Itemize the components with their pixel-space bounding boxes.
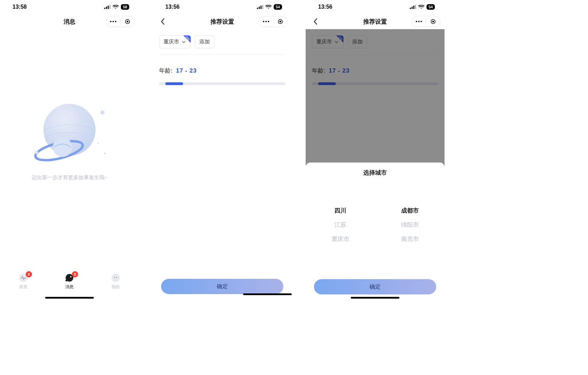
more-icon[interactable] [106, 16, 120, 27]
svg-rect-24 [262, 5, 263, 9]
more-icon[interactable] [259, 16, 273, 27]
svg-point-11 [53, 138, 72, 157]
profile-icon [111, 273, 121, 284]
svg-point-14 [104, 153, 106, 154]
miniprogram-capsule[interactable] [106, 16, 135, 27]
home-indicator[interactable] [351, 297, 399, 299]
badge-messages: 0 [72, 271, 78, 277]
content: 重庆市 优先 添加 年龄: 17 - 23 [153, 29, 292, 279]
tab-bar: 3 首页 0 消息 我的 [0, 270, 139, 301]
svg-rect-22 [259, 7, 260, 9]
screen-recommend-settings-picker: 13:56 54 推荐设置 重庆市 优先 添 [306, 0, 445, 301]
province-option[interactable]: 重庆市 [332, 235, 349, 243]
city-option[interactable]: 绵阳市 [401, 221, 419, 229]
svg-point-35 [418, 21, 420, 22]
svg-point-20 [116, 277, 117, 278]
home-indicator[interactable] [45, 297, 94, 299]
svg-rect-31 [412, 7, 413, 9]
tab-messages-label: 消息 [65, 284, 74, 290]
status-bar: 13:58 58 [0, 0, 139, 14]
svg-point-36 [421, 21, 422, 22]
page-title: 推荐设置 [363, 18, 387, 26]
svg-point-15 [98, 143, 99, 144]
age-label: 年龄: [159, 67, 173, 75]
svg-point-27 [268, 21, 269, 22]
planet-illustration [24, 99, 115, 168]
svg-point-4 [110, 21, 111, 22]
picker-area[interactable]: 四川 江苏 重庆市 成都市 绵阳市 南充市 [306, 194, 445, 276]
svg-rect-33 [415, 5, 416, 9]
tab-profile[interactable]: 我的 [110, 273, 121, 290]
miniprogram-capsule[interactable] [412, 16, 440, 27]
province-option[interactable]: 江苏 [334, 221, 346, 229]
priority-tag: 优先 [180, 35, 191, 46]
page-title: 推荐设置 [210, 18, 234, 26]
city-chip[interactable]: 重庆市 优先 [159, 35, 191, 48]
city-chip-label: 重庆市 [164, 39, 179, 45]
add-city-chip[interactable]: 添加 [195, 35, 214, 48]
confirm-button[interactable]: 确定 [161, 279, 283, 294]
back-button[interactable] [310, 17, 320, 26]
nav-bar: 推荐设置 [306, 14, 445, 29]
clock: 13:56 [165, 4, 180, 10]
svg-point-17 [70, 276, 72, 277]
status-icons: 58 [104, 4, 129, 10]
svg-rect-23 [260, 6, 262, 9]
back-button[interactable] [158, 17, 167, 26]
svg-point-6 [115, 21, 116, 22]
badge-home: 3 [26, 271, 32, 277]
close-target-icon[interactable] [273, 16, 287, 27]
svg-rect-30 [410, 8, 411, 9]
province-column[interactable]: 四川 江苏 重庆市 [306, 194, 375, 276]
svg-rect-2 [108, 6, 109, 9]
svg-point-18 [111, 274, 120, 282]
battery-indicator: 54 [426, 4, 435, 10]
tab-home-label: 首页 [19, 284, 27, 290]
tab-home[interactable]: 3 首页 [18, 273, 28, 290]
age-range-slider[interactable] [159, 82, 285, 85]
city-column[interactable]: 成都市 绵阳市 南充市 [375, 194, 445, 276]
close-target-icon[interactable] [121, 16, 134, 27]
status-icons: 54 [410, 4, 435, 10]
svg-point-29 [280, 21, 281, 23]
svg-point-38 [432, 21, 434, 23]
add-city-label: 添加 [199, 39, 210, 45]
more-icon[interactable] [412, 16, 426, 27]
province-option-selected[interactable]: 四川 [334, 207, 346, 215]
city-option-selected[interactable]: 成都市 [401, 207, 419, 215]
cellular-icon [410, 5, 416, 9]
chevron-left-icon [313, 18, 317, 25]
age-row: 年龄: 17 - 23 [159, 67, 285, 75]
status-bar: 13:56 54 [153, 0, 292, 14]
sheet-confirm-button[interactable]: 确定 [314, 279, 436, 294]
status-bar: 13:56 54 [306, 0, 445, 14]
status-icons: 54 [257, 4, 282, 10]
svg-point-8 [127, 21, 129, 23]
close-target-icon[interactable] [426, 16, 440, 27]
empty-state: 迈出第一步才有更多故事发生哦~ [0, 29, 139, 270]
empty-caption: 迈出第一步才有更多故事发生哦~ [32, 174, 108, 181]
home-indicator[interactable] [243, 293, 292, 295]
battery-indicator: 54 [274, 4, 282, 10]
cellular-icon [257, 5, 263, 9]
svg-rect-21 [257, 8, 258, 9]
city-chip-row: 重庆市 优先 添加 [159, 35, 285, 55]
chevron-left-icon [160, 18, 165, 25]
clock: 13:56 [318, 4, 332, 10]
svg-point-5 [113, 21, 114, 22]
slider-fill [165, 82, 183, 85]
wifi-icon [113, 5, 119, 9]
svg-point-34 [416, 21, 417, 22]
clock: 13:58 [13, 4, 27, 10]
sheet-title: 选择城市 [306, 162, 445, 180]
city-option[interactable]: 南充市 [401, 235, 419, 243]
page-title: 消息 [64, 18, 75, 26]
battery-indicator: 58 [121, 4, 129, 10]
tab-messages[interactable]: 0 消息 [64, 273, 75, 290]
svg-rect-1 [106, 7, 107, 9]
miniprogram-capsule[interactable] [259, 16, 288, 27]
cellular-icon [104, 5, 110, 9]
svg-point-13 [35, 151, 38, 154]
nav-bar: 推荐设置 [153, 14, 292, 29]
svg-point-26 [265, 21, 267, 22]
